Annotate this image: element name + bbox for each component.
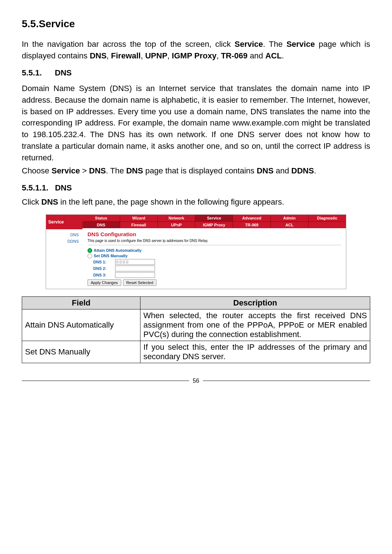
table-row: Set DNS Manually If you select this, ent… bbox=[22, 341, 370, 363]
dns3-input[interactable] bbox=[115, 272, 155, 278]
top-tabs: Status Wizard Network Service Advanced A… bbox=[82, 215, 346, 221]
subtab-empty bbox=[309, 222, 346, 228]
dns-config-screenshot: Service DNS DDNS Status Wizard Network S… bbox=[46, 214, 346, 289]
heading-text: DNS bbox=[55, 68, 72, 78]
tab-wizard[interactable]: Wizard bbox=[120, 215, 158, 221]
subsection-heading: 5.5.1. DNS bbox=[22, 68, 370, 78]
sidebar: Service DNS DDNS bbox=[46, 215, 82, 289]
click-paragraph: Click DNS in the left pane, the page sho… bbox=[22, 196, 370, 208]
table-row: Attain DNS Automatically When selected, … bbox=[22, 309, 370, 341]
dns2-input[interactable] bbox=[115, 266, 155, 271]
footer-rule-right bbox=[203, 381, 370, 381]
intro-paragraph: In the navigation bar across the top of … bbox=[22, 38, 370, 62]
choose-paragraph: Choose Service > DNS. The DNS page that … bbox=[22, 165, 370, 177]
subtab-acl[interactable]: ACL bbox=[271, 222, 309, 228]
radio-manual[interactable] bbox=[87, 254, 92, 258]
heading-text: DNS bbox=[55, 183, 72, 193]
radio-auto-label: Attain DNS Automatically bbox=[94, 248, 142, 253]
radio-manual-label: Set DNS Manually bbox=[94, 254, 128, 258]
subtab-igmp[interactable]: IGMP Proxy bbox=[195, 222, 233, 228]
dns1-input[interactable] bbox=[115, 259, 155, 265]
tab-service[interactable]: Service bbox=[195, 215, 233, 221]
heading-num: 5.5.1. bbox=[22, 68, 42, 78]
cell-desc: When selected, the router accepts the fi… bbox=[140, 309, 370, 341]
radio-auto[interactable] bbox=[87, 248, 92, 253]
heading-num: 5.5.1.1. bbox=[22, 183, 48, 193]
dns1-label: DNS 1: bbox=[93, 260, 115, 264]
tab-network[interactable]: Network bbox=[158, 215, 196, 221]
heading-num: 5.5. bbox=[22, 18, 39, 29]
dns3-label: DNS 3: bbox=[93, 273, 115, 277]
sidebar-item-dns[interactable]: DNS bbox=[46, 231, 82, 238]
cell-field: Attain DNS Automatically bbox=[22, 309, 140, 341]
reset-selected-button[interactable]: Reset Selected bbox=[123, 279, 157, 286]
sub-tabs: DNS Firewall UPnP IGMP Proxy TR-069 ACL bbox=[82, 221, 346, 228]
tab-status[interactable]: Status bbox=[82, 215, 120, 221]
page-footer: 56 bbox=[22, 378, 370, 384]
cell-desc: If you select this, enter the IP address… bbox=[140, 341, 370, 363]
footer-rule-left bbox=[22, 381, 189, 381]
tab-admin[interactable]: Admin bbox=[271, 215, 309, 221]
apply-changes-button[interactable]: Apply Changes bbox=[87, 279, 121, 286]
section-heading: 5.5.Service bbox=[22, 18, 370, 30]
dns-paragraph: Domain Name System (DNS) is an Internet … bbox=[22, 83, 370, 164]
th-desc: Description bbox=[140, 296, 370, 309]
th-field: Field bbox=[22, 296, 140, 309]
tab-advanced[interactable]: Advanced bbox=[233, 215, 271, 221]
subtab-upnp[interactable]: UPnP bbox=[158, 222, 196, 228]
page-number: 56 bbox=[193, 378, 199, 384]
panel-title: DNS Configuration bbox=[87, 231, 341, 237]
subtab-firewall[interactable]: Firewall bbox=[120, 222, 158, 228]
sidebar-header: Service bbox=[46, 215, 82, 229]
field-description-table: Field Description Attain DNS Automatical… bbox=[22, 296, 370, 363]
subtab-tr069[interactable]: TR-069 bbox=[233, 222, 271, 228]
tab-diagnostic[interactable]: Diagnostic bbox=[309, 215, 346, 221]
sidebar-item-ddns[interactable]: DDNS bbox=[46, 238, 82, 245]
panel-desc: This page is used to configure the DNS s… bbox=[87, 239, 341, 243]
subtab-dns[interactable]: DNS bbox=[82, 222, 120, 228]
divider bbox=[87, 245, 341, 245]
heading-text: Service bbox=[39, 18, 75, 29]
dns2-label: DNS 2: bbox=[93, 266, 115, 271]
cell-field: Set DNS Manually bbox=[22, 341, 140, 363]
subsubsection-heading: 5.5.1.1. DNS bbox=[22, 183, 370, 193]
